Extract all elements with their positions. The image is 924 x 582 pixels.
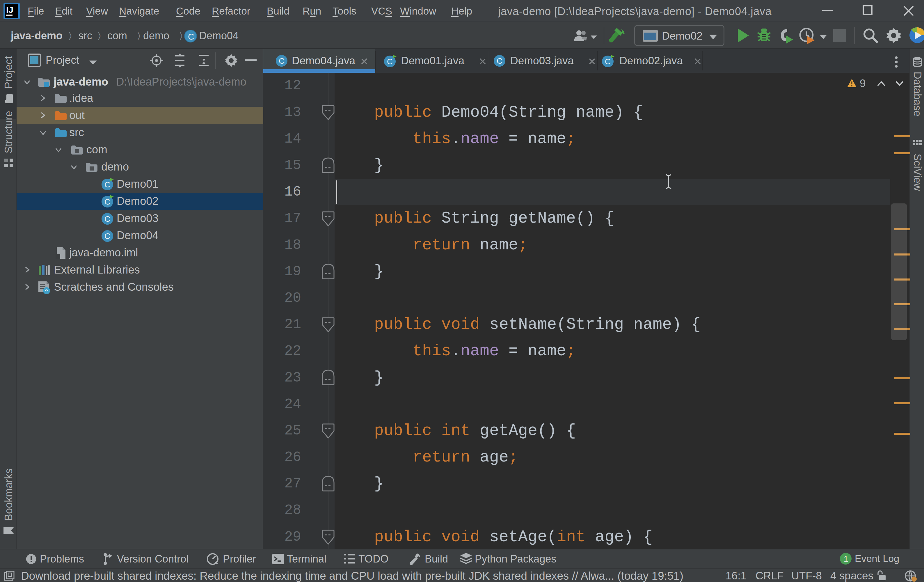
svg-text:C: C (104, 197, 110, 206)
svg-text:C: C (387, 57, 393, 66)
svg-text:C: C (104, 215, 110, 223)
svg-text:C: C (605, 57, 610, 66)
svg-text:C: C (104, 180, 110, 189)
svg-text:C: C (497, 56, 502, 66)
svg-text:C: C (279, 56, 285, 66)
svg-text:C: C (104, 231, 110, 241)
